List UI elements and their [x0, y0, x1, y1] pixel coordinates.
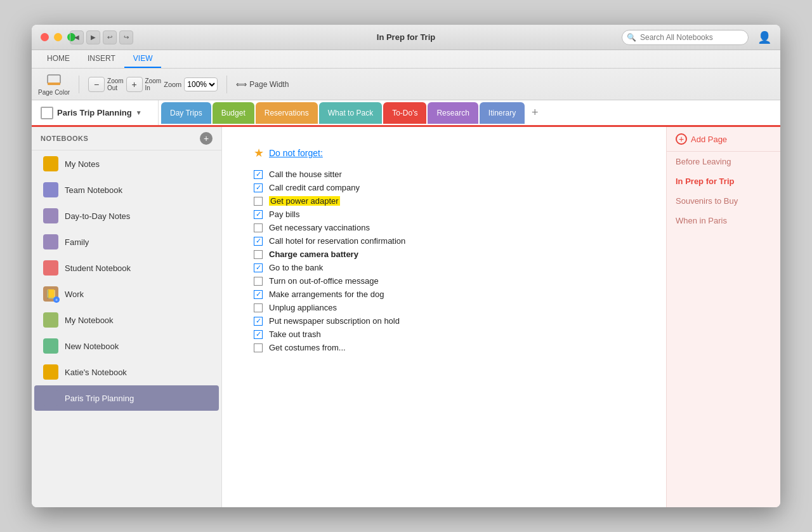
- todo-checkbox-12[interactable]: ✓: [254, 330, 263, 339]
- notebook-item-my-notes[interactable]: My Notes: [34, 151, 219, 176]
- notebook-item-icon-team-notebook: [43, 182, 58, 197]
- todo-header: ★ Do not forget:: [254, 146, 634, 160]
- app-window: ◀ ▶ ↩ ↪ In Prep for Trip 🔍 👤 HOME INSERT…: [32, 25, 780, 507]
- notebook-title[interactable]: Paris Trip Planning: [57, 108, 132, 117]
- tab-home[interactable]: HOME: [38, 50, 79, 68]
- todo-text-5: Call hotel for reservation confirmation: [269, 236, 405, 246]
- todo-text-12: Take out trash: [269, 329, 321, 339]
- right-panel: + Add Page Before LeavingIn Prep for Tri…: [666, 127, 780, 507]
- search-input[interactable]: [622, 30, 749, 45]
- undo-button[interactable]: ↩: [103, 30, 117, 44]
- section-tab-todos[interactable]: To-Do's: [383, 102, 426, 124]
- title-bar: ◀ ▶ ↩ ↪ In Prep for Trip 🔍 👤: [32, 25, 780, 50]
- notebook-item-name-work: Work: [65, 289, 84, 299]
- notebook-item-day-to-day[interactable]: Day-to-Day Notes: [34, 203, 219, 229]
- notebook-item-student[interactable]: Student Notebook: [34, 255, 219, 281]
- todo-text-13: Get costumes from...: [269, 343, 346, 352]
- todo-checkbox-5[interactable]: ✓: [254, 237, 263, 246]
- todo-checkbox-10[interactable]: [254, 303, 263, 312]
- todo-text-3: Pay bills: [269, 209, 299, 219]
- section-tab-reservations[interactable]: Reservations: [256, 102, 318, 124]
- notebook-item-work[interactable]: 📒+Work: [34, 281, 219, 307]
- page-width-button[interactable]: ⟺ Page Width: [236, 80, 289, 89]
- notebooks-label: NOTEBOOKS: [41, 135, 88, 142]
- todo-item: ✓Take out trash: [254, 328, 634, 341]
- add-section-button[interactable]: +: [526, 104, 544, 122]
- notebook-item-name-paris-trip: Paris Trip Planning: [65, 394, 134, 403]
- todo-checkbox-1[interactable]: ✓: [254, 183, 263, 192]
- todo-checkbox-7[interactable]: ✓: [254, 263, 263, 272]
- todo-checkbox-11[interactable]: ✓: [254, 317, 263, 326]
- notebook-item-icon-my-notes: [43, 156, 58, 171]
- todo-checkbox-8[interactable]: [254, 277, 263, 286]
- separator-2: [226, 76, 227, 93]
- notebook-item-icon-work: 📒+: [43, 286, 58, 302]
- notebook-item-katies-notebook[interactable]: Katie's Notebook: [34, 359, 219, 385]
- notebook-item-new-notebook[interactable]: New Notebook: [34, 333, 219, 359]
- add-contact-button[interactable]: 👤: [757, 30, 771, 44]
- notebook-item-team-notebook[interactable]: Team Notebook: [34, 177, 219, 203]
- search-icon: 🔍: [627, 33, 636, 42]
- todo-text-10: Unplug appliances: [269, 303, 337, 312]
- todo-checkbox-2[interactable]: [254, 197, 263, 206]
- close-button[interactable]: [41, 33, 49, 41]
- zoom-controls: − ZoomOut + ZoomIn Zoom 100% 75% 125% 15…: [88, 77, 218, 92]
- todo-text-4: Get necessary vaccinations: [269, 223, 370, 232]
- tab-view[interactable]: VIEW: [124, 50, 162, 68]
- notebook-item-name-student: Student Notebook: [65, 263, 131, 273]
- todo-item: ✓Make arrangements for the dog: [254, 288, 634, 301]
- minimize-button[interactable]: [54, 33, 62, 41]
- todo-item: Turn on out-of-office message: [254, 274, 634, 288]
- notebook-item-name-day-to-day: Day-to-Day Notes: [65, 211, 130, 221]
- page-item-0[interactable]: Before Leaving: [667, 152, 780, 171]
- todo-checkbox-6[interactable]: [254, 250, 263, 259]
- tab-insert[interactable]: INSERT: [79, 50, 124, 68]
- window-title: In Prep for Trip: [377, 32, 435, 42]
- todo-item: ✓Call the house sitter: [254, 168, 634, 181]
- zoom-out-button[interactable]: −: [88, 77, 105, 92]
- notebook-list: My NotesTeam NotebookDay-to-Day NotesFam…: [32, 150, 221, 411]
- todo-checkbox-3[interactable]: ✓: [254, 210, 263, 219]
- notebook-item-icon-paris-trip: [43, 390, 58, 406]
- notebook-item-family[interactable]: Family: [34, 229, 219, 255]
- todo-checkbox-0[interactable]: ✓: [254, 170, 263, 179]
- page-item-2[interactable]: Souvenirs to Buy: [667, 191, 780, 211]
- page-width-icon: ⟺: [236, 80, 247, 89]
- section-tab-what-to-pack[interactable]: What to Pack: [319, 102, 382, 124]
- todo-checkbox-9[interactable]: ✓: [254, 290, 263, 299]
- section-tab-budget[interactable]: Budget: [213, 102, 254, 124]
- todo-item: Get power adapter: [254, 194, 634, 208]
- notebook-item-paris-trip[interactable]: Paris Trip Planning: [34, 385, 219, 411]
- todo-text-1: Call credit card company: [269, 183, 360, 192]
- zoom-select[interactable]: 100% 75% 125% 150%: [184, 77, 218, 91]
- notebook-item-icon-katies-notebook: [43, 364, 58, 380]
- page-color-action[interactable]: Page Color: [38, 72, 70, 96]
- notebook-header: Paris Trip Planning ▼ Day Trips Budget R…: [32, 100, 780, 127]
- todo-checkbox-13[interactable]: [254, 343, 263, 352]
- zoom-in-button[interactable]: +: [126, 77, 143, 92]
- notebook-title-area[interactable]: Paris Trip Planning ▼: [32, 100, 159, 125]
- page-item-1[interactable]: In Prep for Trip: [667, 171, 780, 191]
- section-tab-itinerary[interactable]: Itinerary: [480, 102, 525, 124]
- section-tab-day-trips[interactable]: Day Trips: [161, 102, 211, 124]
- svg-rect-0: [48, 75, 60, 84]
- todo-text-7: Go to the bank: [269, 263, 323, 272]
- todo-checkbox-4[interactable]: [254, 223, 263, 232]
- add-page-button[interactable]: + Add Page: [667, 127, 780, 152]
- add-notebook-button[interactable]: +: [200, 132, 213, 145]
- forward-button[interactable]: ▶: [86, 30, 100, 44]
- page-item-3[interactable]: When in Paris: [667, 211, 780, 230]
- zoom-text-label: Zoom: [164, 81, 181, 88]
- page-list: Before LeavingIn Prep for TripSouvenirs …: [667, 152, 780, 230]
- separator-1: [79, 76, 79, 93]
- back-button[interactable]: ◀: [70, 30, 84, 44]
- redo-button[interactable]: ↪: [119, 30, 133, 44]
- notebook-item-my-notebook[interactable]: My Notebook: [34, 307, 219, 333]
- section-tab-research[interactable]: Research: [428, 102, 478, 124]
- todo-text-2: Get power adapter: [269, 196, 340, 206]
- todo-text-8: Turn on out-of-office message: [269, 276, 379, 286]
- todo-item: Unplug appliances: [254, 301, 634, 314]
- todo-text-0: Call the house sitter: [269, 170, 342, 179]
- todo-heading: Do not forget:: [269, 148, 323, 158]
- notebook-item-icon-day-to-day: [43, 208, 58, 223]
